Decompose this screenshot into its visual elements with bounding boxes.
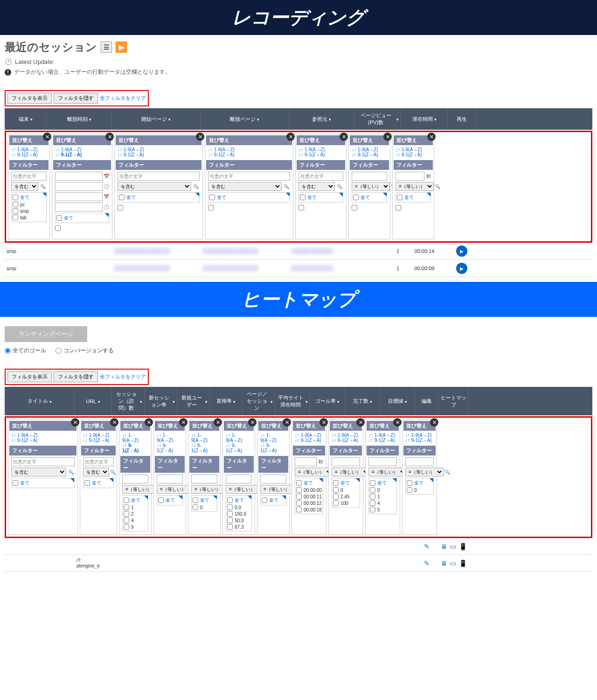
- search-icon[interactable]: [336, 183, 343, 190]
- calendar-icon[interactable]: 📅: [104, 194, 109, 199]
- filter-checkbox[interactable]: [407, 480, 412, 486]
- column-header[interactable]: 完了数: [345, 387, 380, 415]
- column-header[interactable]: 平均サイト滞在時間: [275, 387, 310, 415]
- tablet-icon[interactable]: ▭: [450, 543, 456, 550]
- filter-checkbox[interactable]: [370, 494, 375, 499]
- filter-checkbox[interactable]: [227, 524, 233, 530]
- filter-operator-select[interactable]: =（等しい）: [352, 182, 390, 191]
- clock-icon[interactable]: 🕐: [104, 184, 109, 189]
- filter-number-input[interactable]: [122, 475, 148, 483]
- hide-filter-button[interactable]: フィルタを隠す: [54, 93, 98, 104]
- clear-filters-link[interactable]: 全フィルタをクリア: [100, 95, 146, 102]
- column-header[interactable]: 編集: [415, 387, 438, 415]
- column-header[interactable]: 再生: [448, 108, 476, 130]
- column-header[interactable]: 離脱ページ: [201, 108, 289, 130]
- filter-checkbox[interactable]: [124, 511, 129, 517]
- sort-asc[interactable]: ↓↑ 1-9(A→Z): [11, 147, 47, 152]
- column-header[interactable]: ヒートマップ: [438, 387, 469, 415]
- filter-checkbox[interactable]: [370, 507, 375, 512]
- column-header[interactable]: 離脱時刻: [47, 108, 112, 130]
- filter-checkbox[interactable]: [407, 487, 412, 493]
- column-header[interactable]: 参照元: [289, 108, 354, 130]
- filter-operator-select[interactable]: を含む: [118, 182, 191, 191]
- filter-operator-select[interactable]: を含む: [11, 182, 38, 191]
- filter-checkbox[interactable]: [262, 497, 267, 503]
- sort-asc[interactable]: ↓↑ 1-9(A→Z): [122, 433, 148, 443]
- close-icon[interactable]: ✕: [105, 133, 114, 141]
- filter-checkbox[interactable]: [124, 497, 129, 503]
- hide-filter-button[interactable]: フィルタを隠す: [54, 371, 98, 382]
- date-input[interactable]: [55, 172, 103, 181]
- sort-desc[interactable]: ↓↑ 9-1(Z→A): [157, 443, 183, 453]
- filter-checkbox[interactable]: [333, 480, 339, 486]
- sort-desc[interactable]: ↓↑ 9-1(Z→A): [405, 438, 434, 443]
- filter-operator-select[interactable]: =（等しい）: [405, 468, 444, 476]
- column-header[interactable]: 目標値: [380, 387, 415, 415]
- close-icon[interactable]: ✕: [340, 133, 348, 141]
- filter-checkbox[interactable]: [296, 487, 302, 493]
- search-icon[interactable]: [192, 183, 200, 190]
- play-button[interactable]: [456, 263, 467, 274]
- clock-icon[interactable]: 🕐: [104, 204, 109, 210]
- close-icon[interactable]: ✕: [356, 418, 365, 427]
- tablet-icon[interactable]: ▭: [450, 560, 456, 567]
- column-header[interactable]: タイトル: [5, 387, 75, 415]
- sort-asc[interactable]: ↓↑ 1-9(A→Z): [11, 433, 75, 438]
- filter-checkbox[interactable]: [370, 500, 375, 506]
- search-icon[interactable]: [435, 183, 440, 190]
- sort-desc[interactable]: ↓↑ 9-1(Z→A): [396, 152, 431, 157]
- filter-text-input[interactable]: [298, 172, 343, 181]
- filter-operator-select[interactable]: =（等しい）: [332, 468, 370, 476]
- sort-asc[interactable]: ↓↑ 1-9(A→Z): [118, 147, 200, 152]
- column-header[interactable]: セッション（訪問）数: [112, 387, 145, 415]
- calendar-icon[interactable]: 📅: [104, 174, 109, 179]
- column-header[interactable]: URL: [75, 387, 112, 415]
- filter-checkbox[interactable]: [353, 195, 359, 200]
- sort-desc[interactable]: ↓↑ 9-1(Z→A): [298, 152, 343, 157]
- sort-desc[interactable]: ↓↑ 9-1(Z→A): [260, 443, 286, 453]
- sort-desc[interactable]: ↓↑ 9-1(Z→A): [11, 438, 75, 443]
- sort-asc[interactable]: ↓↑ 1-9(A→Z): [396, 147, 431, 152]
- column-header[interactable]: 直帰率: [210, 387, 243, 415]
- filter-text-input[interactable]: [11, 172, 47, 181]
- sort-desc[interactable]: ↓↑ 9-1(Z→A): [55, 152, 109, 157]
- filter-checkbox[interactable]: [227, 497, 233, 503]
- filter-checkbox[interactable]: [13, 208, 18, 214]
- filter-checkbox[interactable]: [227, 518, 233, 523]
- filter-checkbox[interactable]: [56, 215, 62, 221]
- sort-asc[interactable]: ↓↑ 1-9(A→Z): [368, 433, 397, 438]
- search-icon[interactable]: [283, 183, 290, 190]
- close-icon[interactable]: ✕: [248, 418, 257, 427]
- filter-checkbox[interactable]: [13, 202, 18, 207]
- filter-number-input[interactable]: [295, 457, 317, 466]
- filter-checkbox[interactable]: [13, 215, 18, 220]
- filter-checkbox[interactable]: [397, 195, 403, 200]
- close-icon[interactable]: ✕: [319, 418, 328, 427]
- filter-checkbox[interactable]: [227, 511, 233, 517]
- filter-number-input[interactable]: [405, 457, 434, 466]
- filter-checkbox[interactable]: [118, 205, 123, 210]
- show-filter-button[interactable]: フィルタを表示: [7, 371, 52, 382]
- close-icon[interactable]: ✕: [286, 133, 295, 141]
- sort-asc[interactable]: ↓↑ 1-9(A→Z): [298, 147, 343, 152]
- filter-number-input[interactable]: [226, 475, 252, 483]
- filter-text-input[interactable]: [11, 457, 75, 466]
- filter-number-input[interactable]: [260, 475, 286, 483]
- filter-checkbox[interactable]: [193, 497, 198, 503]
- filter-text-input[interactable]: [83, 457, 114, 466]
- sort-asc[interactable]: ↓↑ 1-9(A→Z): [157, 433, 183, 443]
- close-icon[interactable]: ✕: [71, 418, 79, 427]
- filter-operator-select[interactable]: を含む: [11, 468, 66, 476]
- close-icon[interactable]: ✕: [110, 418, 118, 427]
- filter-number-input[interactable]: [332, 457, 360, 466]
- column-header[interactable]: 端末: [5, 108, 47, 130]
- filter-checkbox[interactable]: [298, 205, 304, 210]
- desktop-icon[interactable]: 🖥: [441, 543, 447, 550]
- close-icon[interactable]: ✕: [43, 133, 51, 141]
- sort-desc[interactable]: ↓↑ 9-1(Z→A): [368, 438, 397, 443]
- sort-desc[interactable]: ↓↑ 9-1(Z→A): [83, 438, 114, 443]
- sort-desc[interactable]: ↓↑ 9-1(Z→A): [11, 152, 47, 157]
- radio-conversion[interactable]: コンバージョンする: [56, 347, 114, 355]
- sort-asc[interactable]: ↓↑ 1-9(A→Z): [405, 433, 434, 438]
- filter-checkbox[interactable]: [396, 205, 401, 210]
